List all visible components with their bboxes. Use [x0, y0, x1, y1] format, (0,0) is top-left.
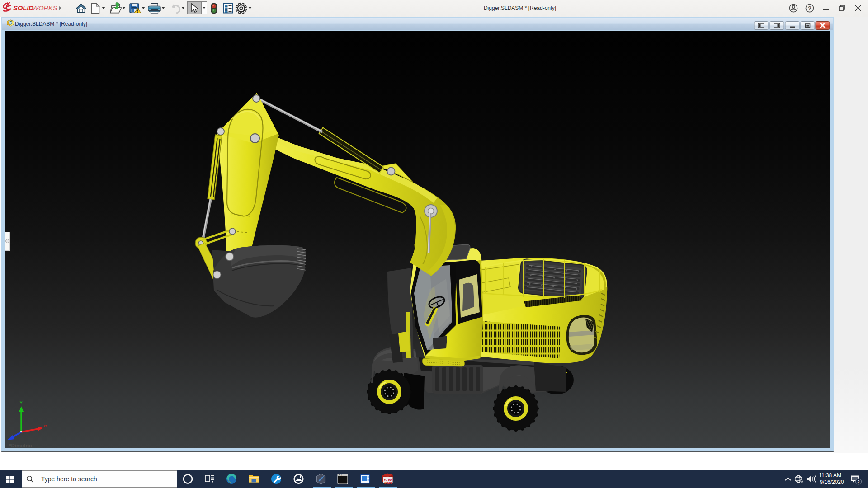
svg-text:9/16/2020: 9/16/2020 [820, 479, 844, 485]
svg-text:SOLID: SOLID [13, 4, 33, 12]
svg-text:2020: 2020 [384, 481, 392, 485]
svg-text:*Dimetric: *Dimetric [9, 443, 32, 448]
svg-text:Y: Y [19, 400, 23, 405]
svg-text:?: ? [808, 5, 811, 12]
svg-text:11:38 AM: 11:38 AM [819, 472, 841, 479]
svg-text:2: 2 [857, 479, 859, 484]
svg-text:WORKS: WORKS [32, 4, 57, 12]
svg-text:C:\: C:\ [339, 474, 342, 477]
svg-text:_: _ [338, 477, 340, 480]
